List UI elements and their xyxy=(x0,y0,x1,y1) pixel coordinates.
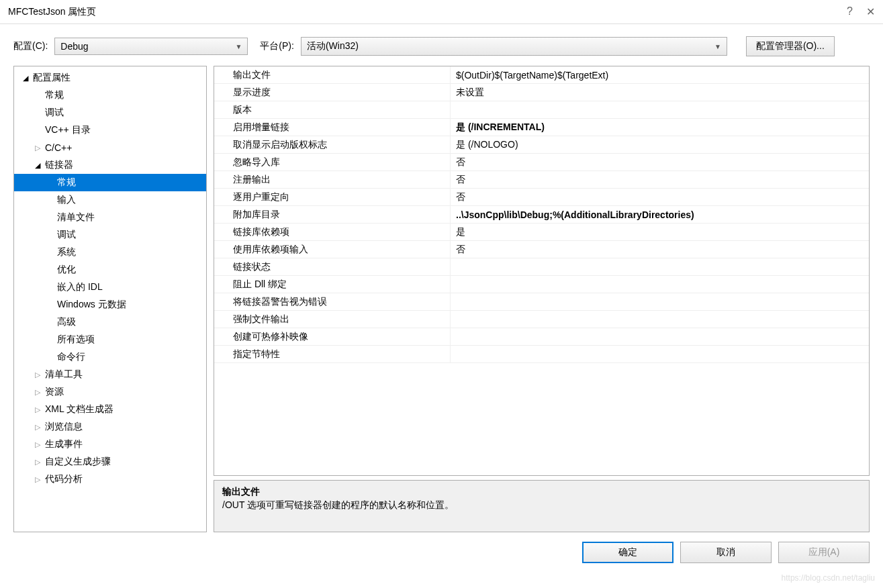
property-value[interactable]: 是 xyxy=(451,224,869,240)
tree-item[interactable]: 常规 xyxy=(14,174,206,191)
tree-item[interactable]: ▷代码分析 xyxy=(14,471,206,488)
chevron-down-icon: ▼ xyxy=(235,43,242,50)
apply-button[interactable]: 应用(A) xyxy=(778,542,870,563)
property-value[interactable] xyxy=(451,258,869,275)
tree-toggle-icon[interactable]: ◢ xyxy=(33,161,42,170)
property-value[interactable]: 否 xyxy=(451,154,869,170)
property-row[interactable]: 链接库依赖项是 xyxy=(214,224,869,241)
cancel-button[interactable]: 取消 xyxy=(680,542,772,563)
tree-toggle-icon[interactable]: ▷ xyxy=(33,458,42,467)
tree-item-label: 清单文件 xyxy=(57,211,95,224)
tree-item-label: 命令行 xyxy=(57,351,85,363)
property-row[interactable]: 启用增量链接是 (/INCREMENTAL) xyxy=(214,119,869,136)
description-title: 输出文件 xyxy=(222,486,861,498)
tree-toggle-icon[interactable]: ▷ xyxy=(33,388,42,397)
tree-item[interactable]: Windows 元数据 xyxy=(14,296,206,313)
property-value[interactable]: 否 xyxy=(451,171,869,188)
property-label: 注册输出 xyxy=(214,171,451,188)
tree-item-label: 生成事件 xyxy=(45,438,83,450)
tree-item[interactable]: ▷清单工具 xyxy=(14,366,206,383)
property-row[interactable]: 注册输出否 xyxy=(214,171,869,189)
property-value[interactable]: 否 xyxy=(451,241,869,258)
property-row[interactable]: 附加库目录..\JsonCpp\lib\Debug;%(AdditionalLi… xyxy=(214,206,869,224)
property-row[interactable]: 版本 xyxy=(214,101,869,119)
tree-item[interactable]: 常规 xyxy=(14,87,206,104)
property-row[interactable]: 阻止 Dll 绑定 xyxy=(214,276,869,293)
tree-item[interactable]: ▷C/C++ xyxy=(14,139,206,156)
window-title: MFCTestJson 属性页 xyxy=(8,6,96,18)
description-text: /OUT 选项可重写链接器创建的程序的默认名称和位置。 xyxy=(222,499,861,511)
property-value[interactable]: $(OutDir)$(TargetName)$(TargetExt) xyxy=(451,66,869,83)
property-row[interactable]: 使用库依赖项输入否 xyxy=(214,241,869,258)
tree-item-label: 自定义生成步骤 xyxy=(45,456,111,468)
property-label: 显示进度 xyxy=(214,84,451,101)
chevron-down-icon: ▼ xyxy=(714,43,721,50)
tree-toggle-icon[interactable]: ▷ xyxy=(33,423,42,432)
property-value[interactable]: 未设置 xyxy=(451,84,869,101)
property-value[interactable]: 是 (/NOLOGO) xyxy=(451,136,869,153)
tree-item[interactable]: 输入 xyxy=(14,191,206,209)
platform-dropdown[interactable]: 活动(Win32) ▼ xyxy=(301,37,727,56)
property-value[interactable] xyxy=(451,276,869,293)
property-value[interactable] xyxy=(451,328,869,345)
tree-item[interactable]: 所有选项 xyxy=(14,331,206,348)
property-value[interactable] xyxy=(451,101,869,118)
property-row[interactable]: 取消显示启动版权标志是 (/NOLOGO) xyxy=(214,136,869,154)
property-row[interactable]: 指定节特性 xyxy=(214,346,869,363)
property-row[interactable]: 忽略导入库否 xyxy=(214,154,869,171)
tree-item-label: 清单工具 xyxy=(45,369,83,381)
tree-item[interactable]: ◢链接器 xyxy=(14,156,206,174)
property-row[interactable]: 逐用户重定向否 xyxy=(214,189,869,206)
tree-item[interactable]: ▷生成事件 xyxy=(14,436,206,453)
tree-toggle-icon[interactable]: ▷ xyxy=(33,475,42,484)
property-row[interactable]: 创建可热修补映像 xyxy=(214,328,869,346)
property-label: 附加库目录 xyxy=(214,206,451,223)
tree-item[interactable]: 调试 xyxy=(14,104,206,121)
property-value[interactable]: 否 xyxy=(451,189,869,205)
help-icon[interactable]: ? xyxy=(847,5,853,18)
tree-item[interactable]: 高级 xyxy=(14,313,206,331)
tree-item-label: 链接器 xyxy=(45,159,73,171)
tree-item[interactable]: ◢配置属性 xyxy=(14,69,206,87)
config-tree[interactable]: ◢配置属性常规调试VC++ 目录▷C/C++◢链接器常规输入清单文件调试系统优化… xyxy=(13,66,207,532)
tree-toggle-icon[interactable]: ▷ xyxy=(33,144,42,152)
tree-toggle-icon[interactable]: ▷ xyxy=(33,371,42,379)
tree-item[interactable]: ▷自定义生成步骤 xyxy=(14,453,206,471)
property-row[interactable]: 将链接器警告视为错误 xyxy=(214,293,869,311)
tree-item-label: 所有选项 xyxy=(57,334,95,346)
tree-toggle-icon[interactable]: ◢ xyxy=(21,74,30,83)
property-row[interactable]: 输出文件$(OutDir)$(TargetName)$(TargetExt) xyxy=(214,66,869,84)
tree-item[interactable]: 优化 xyxy=(14,261,206,279)
tree-item[interactable]: 嵌入的 IDL xyxy=(14,279,206,296)
property-row[interactable]: 强制文件输出 xyxy=(214,311,869,328)
property-label: 逐用户重定向 xyxy=(214,189,451,205)
tree-toggle-icon[interactable]: ▷ xyxy=(33,405,42,414)
property-grid[interactable]: 输出文件$(OutDir)$(TargetName)$(TargetExt)显示… xyxy=(214,66,870,476)
ok-button[interactable]: 确定 xyxy=(582,542,673,563)
property-value[interactable]: 是 (/INCREMENTAL) xyxy=(451,119,869,136)
tree-item[interactable]: ▷资源 xyxy=(14,383,206,401)
config-dropdown[interactable]: Debug ▼ xyxy=(54,38,248,55)
config-manager-button[interactable]: 配置管理器(O)... xyxy=(746,36,835,56)
property-label: 取消显示启动版权标志 xyxy=(214,136,451,153)
tree-item[interactable]: 命令行 xyxy=(14,348,206,366)
tree-item-label: 调试 xyxy=(45,107,64,119)
tree-item[interactable]: ▷浏览信息 xyxy=(14,418,206,436)
property-label: 启用增量链接 xyxy=(214,119,451,136)
tree-item[interactable]: ▷XML 文档生成器 xyxy=(14,401,206,418)
tree-item[interactable]: VC++ 目录 xyxy=(14,121,206,139)
property-value[interactable] xyxy=(451,311,869,328)
property-value[interactable] xyxy=(451,346,869,362)
tree-item[interactable]: 系统 xyxy=(14,244,206,261)
property-row[interactable]: 链接状态 xyxy=(214,258,869,276)
tree-item-label: 配置属性 xyxy=(33,72,71,84)
close-icon[interactable]: ✕ xyxy=(866,5,875,18)
property-value[interactable]: ..\JsonCpp\lib\Debug;%(AdditionalLibrary… xyxy=(451,206,869,223)
property-value[interactable] xyxy=(451,293,869,310)
tree-toggle-icon[interactable]: ▷ xyxy=(33,440,42,449)
tree-item[interactable]: 调试 xyxy=(14,226,206,244)
tree-item-label: 高级 xyxy=(57,316,76,328)
tree-item[interactable]: 清单文件 xyxy=(14,209,206,226)
property-row[interactable]: 显示进度未设置 xyxy=(214,84,869,101)
tree-item-label: VC++ 目录 xyxy=(45,124,91,136)
